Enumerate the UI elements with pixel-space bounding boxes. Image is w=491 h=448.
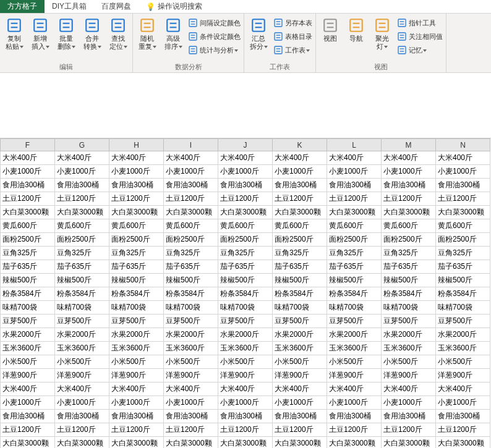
cell[interactable]: 洋葱900斤 bbox=[273, 369, 327, 382]
cell[interactable]: 粉条3584斤 bbox=[218, 287, 273, 301]
worksheet-button[interactable]: 工作表 bbox=[271, 43, 314, 57]
cell[interactable]: 大米400斤 bbox=[109, 382, 164, 396]
cell[interactable]: 面粉2500斤 bbox=[327, 233, 382, 247]
cell[interactable]: 面粉2500斤 bbox=[1, 233, 55, 247]
cell[interactable]: 土豆1200斤 bbox=[218, 423, 273, 437]
cell[interactable]: 豆角325斤 bbox=[109, 247, 164, 260]
random-repeat-button[interactable]: 随机重复 bbox=[134, 16, 160, 52]
cell[interactable]: 土豆1200斤 bbox=[382, 192, 436, 206]
cell[interactable]: 辣椒500斤 bbox=[273, 274, 327, 287]
cell[interactable]: 食用油300桶 bbox=[436, 410, 490, 423]
cell[interactable]: 小米500斤 bbox=[382, 355, 436, 369]
col-header-F[interactable]: F bbox=[1, 139, 55, 151]
cell[interactable]: 粉条3584斤 bbox=[1, 287, 55, 301]
cell[interactable]: 味精700袋 bbox=[109, 301, 164, 315]
cell[interactable]: 大白菜3000颗 bbox=[109, 206, 164, 219]
cell[interactable]: 茄子635斤 bbox=[109, 260, 164, 274]
cell[interactable]: 食用油300桶 bbox=[164, 410, 218, 423]
cell[interactable]: 茄子635斤 bbox=[218, 260, 273, 274]
cell[interactable]: 大米400斤 bbox=[327, 151, 382, 165]
view-button[interactable]: 视图 bbox=[317, 16, 343, 44]
cell[interactable]: 面粉2500斤 bbox=[382, 233, 436, 247]
cell[interactable]: 粉条3584斤 bbox=[109, 287, 164, 301]
cell[interactable]: 豆角325斤 bbox=[327, 247, 382, 260]
cell[interactable]: 面粉2500斤 bbox=[273, 233, 327, 247]
cell[interactable]: 小麦1000斤 bbox=[109, 165, 164, 179]
col-header-J[interactable]: J bbox=[218, 139, 273, 151]
cell[interactable]: 大米400斤 bbox=[1, 151, 55, 165]
cell[interactable]: 面粉2500斤 bbox=[218, 233, 273, 247]
cell[interactable]: 洋葱900斤 bbox=[55, 369, 109, 382]
cell[interactable]: 洋葱900斤 bbox=[327, 369, 382, 382]
stat-analysis-button[interactable]: 统计与分析 bbox=[186, 43, 242, 57]
cell[interactable]: 豆芽500斤 bbox=[218, 315, 273, 328]
cell[interactable]: 味精700袋 bbox=[218, 301, 273, 315]
cell[interactable]: 土豆1200斤 bbox=[55, 423, 109, 437]
col-header-M[interactable]: M bbox=[382, 139, 436, 151]
cell[interactable]: 大白菜3000颗 bbox=[1, 206, 55, 219]
cell[interactable]: 食用油300桶 bbox=[327, 179, 382, 192]
cell[interactable]: 小麦1000斤 bbox=[327, 396, 382, 410]
memory-button[interactable]: 记忆 bbox=[395, 43, 445, 57]
cell[interactable]: 黄瓜600斤 bbox=[436, 219, 490, 233]
find-locate-button[interactable]: 查找定位 bbox=[105, 16, 131, 52]
cell[interactable]: 大白菜3000颗 bbox=[218, 206, 273, 219]
cell[interactable]: 豆角325斤 bbox=[55, 247, 109, 260]
cell[interactable]: 豆芽500斤 bbox=[164, 315, 218, 328]
cell[interactable]: 土豆1200斤 bbox=[1, 192, 55, 206]
cell[interactable]: 豆芽500斤 bbox=[436, 315, 490, 328]
cell[interactable]: 食用油300桶 bbox=[55, 179, 109, 192]
cell[interactable]: 大米400斤 bbox=[164, 151, 218, 165]
merge-convert-button[interactable]: 合并转换 bbox=[79, 16, 105, 52]
cell[interactable]: 水果2000斤 bbox=[273, 328, 327, 342]
cell[interactable]: 辣椒500斤 bbox=[218, 274, 273, 287]
cell[interactable]: 大白菜3000颗 bbox=[218, 437, 273, 449]
cell[interactable]: 小麦1000斤 bbox=[436, 165, 490, 179]
cell[interactable]: 黄瓜600斤 bbox=[327, 219, 382, 233]
cell[interactable]: 土豆1200斤 bbox=[55, 192, 109, 206]
cell[interactable]: 食用油300桶 bbox=[436, 179, 490, 192]
cell[interactable]: 水果2000斤 bbox=[109, 328, 164, 342]
cell[interactable]: 小米500斤 bbox=[273, 355, 327, 369]
col-header-L[interactable]: L bbox=[327, 139, 382, 151]
tab-操作说明搜索[interactable]: 💡操作说明搜索 bbox=[139, 0, 210, 13]
cell[interactable]: 小米500斤 bbox=[218, 355, 273, 369]
cell[interactable]: 小米500斤 bbox=[436, 355, 490, 369]
cell[interactable]: 大米400斤 bbox=[164, 382, 218, 396]
cell[interactable]: 水果2000斤 bbox=[1, 328, 55, 342]
batch-delete-button[interactable]: 批量删除 bbox=[53, 16, 79, 52]
cell[interactable]: 玉米3600斤 bbox=[382, 342, 436, 355]
cell[interactable]: 大米400斤 bbox=[436, 151, 490, 165]
save-as-table-button[interactable]: 另存本表 bbox=[271, 16, 314, 30]
interval-color-button[interactable]: 间隔设定颜色 bbox=[186, 16, 242, 30]
cell[interactable]: 大白菜3000颗 bbox=[164, 206, 218, 219]
cell[interactable]: 黄瓜600斤 bbox=[164, 219, 218, 233]
tab-百度网盘[interactable]: 百度网盘 bbox=[94, 0, 139, 13]
cell[interactable]: 玉米3600斤 bbox=[273, 342, 327, 355]
cell[interactable]: 大米400斤 bbox=[273, 151, 327, 165]
cell[interactable]: 土豆1200斤 bbox=[273, 192, 327, 206]
cell[interactable]: 水果2000斤 bbox=[327, 328, 382, 342]
cell[interactable]: 土豆1200斤 bbox=[109, 192, 164, 206]
cell[interactable]: 小麦1000斤 bbox=[109, 396, 164, 410]
cell[interactable]: 水果2000斤 bbox=[436, 328, 490, 342]
cell[interactable]: 小麦1000斤 bbox=[1, 165, 55, 179]
cell[interactable]: 玉米3600斤 bbox=[55, 342, 109, 355]
cell[interactable]: 食用油300桶 bbox=[164, 179, 218, 192]
cell[interactable]: 食用油300桶 bbox=[273, 179, 327, 192]
cell[interactable]: 豆角325斤 bbox=[436, 247, 490, 260]
cell[interactable]: 豆芽500斤 bbox=[1, 315, 55, 328]
cell[interactable]: 洋葱900斤 bbox=[109, 369, 164, 382]
pointer-tool-button[interactable]: 指针工具 bbox=[395, 16, 445, 30]
cell[interactable]: 食用油300桶 bbox=[1, 179, 55, 192]
cell[interactable]: 小麦1000斤 bbox=[55, 396, 109, 410]
cell[interactable]: 土豆1200斤 bbox=[1, 423, 55, 437]
cell[interactable]: 茄子635斤 bbox=[273, 260, 327, 274]
cell[interactable]: 大米400斤 bbox=[55, 151, 109, 165]
cell[interactable]: 土豆1200斤 bbox=[273, 423, 327, 437]
add-insert-button[interactable]: 新增插入 bbox=[27, 16, 53, 52]
cell[interactable]: 辣椒500斤 bbox=[55, 274, 109, 287]
cell[interactable]: 黄瓜600斤 bbox=[1, 219, 55, 233]
cell[interactable]: 水果2000斤 bbox=[382, 328, 436, 342]
copy-paste-button[interactable]: 复制粘贴 bbox=[1, 16, 27, 52]
